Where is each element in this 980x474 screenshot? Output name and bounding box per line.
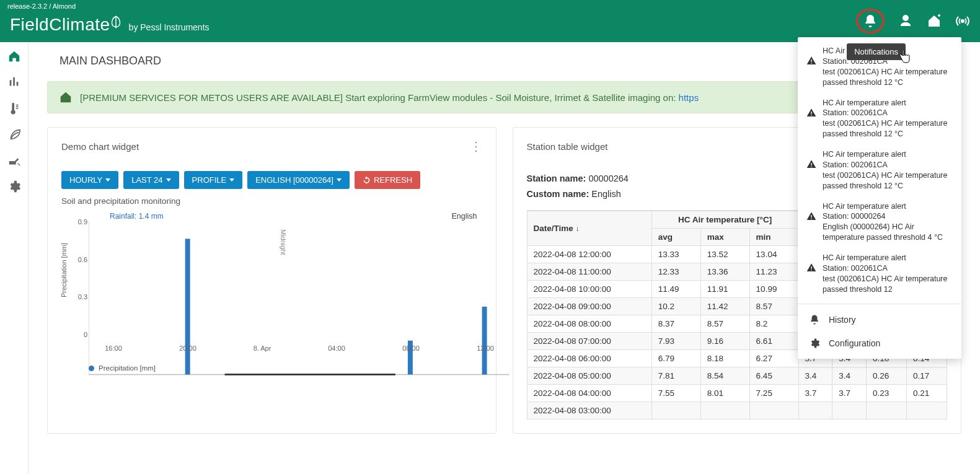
leaf-icon xyxy=(108,14,124,30)
logo-main: FieldClimate xyxy=(10,15,110,35)
release-tag: release-2.3.2 / Almond xyxy=(7,2,76,10)
bell-highlight xyxy=(856,9,885,33)
logo-by: by Pessl Instruments xyxy=(129,22,210,32)
user-icon[interactable] xyxy=(898,14,913,29)
bell-icon[interactable] xyxy=(863,14,878,29)
logo[interactable]: FieldClimate by Pessl Instruments xyxy=(10,14,210,35)
broadcast-icon[interactable] xyxy=(955,14,970,29)
header-icons xyxy=(856,9,970,33)
notifications-panel: HC Air temperature al…Station: 002061CAt… xyxy=(798,37,961,42)
notification-item[interactable]: HC Air temperature al…Station: 002061CAt… xyxy=(798,41,961,42)
house-plus-icon[interactable] xyxy=(927,14,942,29)
svg-point-0 xyxy=(961,19,965,23)
app-header: release-2.3.2 / Almond FieldClimate by P… xyxy=(0,0,980,42)
